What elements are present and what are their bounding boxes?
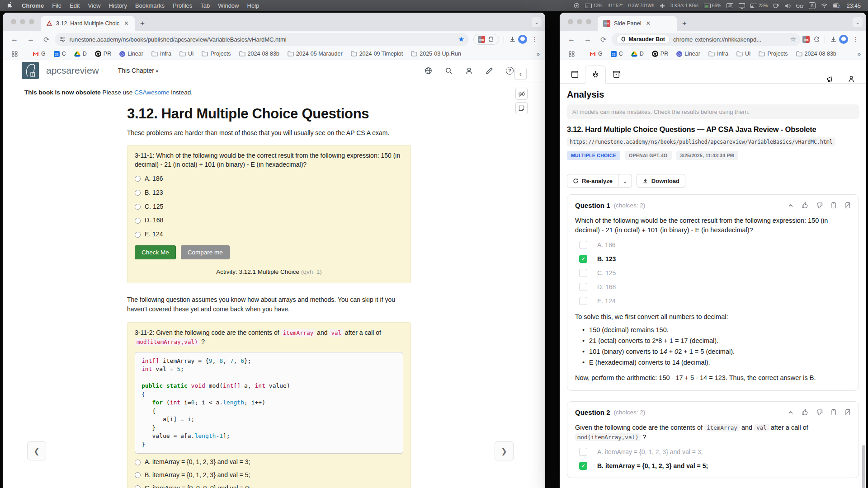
thumbs-up-icon[interactable] — [802, 409, 808, 416]
bookmark-star-icon[interactable]: ★ — [458, 35, 464, 43]
radio-button[interactable] — [135, 232, 141, 238]
tab-archive[interactable] — [606, 65, 627, 83]
unchecked-checkbox[interactable] — [579, 283, 587, 291]
answer-option[interactable]: A. 186 — [135, 174, 403, 183]
input-source[interactable]: A — [806, 2, 818, 9]
answer-option[interactable]: E. 124 — [135, 230, 403, 239]
bookmark-folder-2024-08-83b[interactable]: 2024-08 83b — [793, 49, 840, 58]
flashcard-off-icon[interactable] — [844, 409, 851, 416]
menu-item-tab[interactable]: Tab — [196, 2, 214, 9]
megaphone-icon[interactable] — [826, 75, 835, 83]
bookmark-c[interactable]: 23C — [50, 49, 70, 58]
tab-close-icon[interactable]: ✕ — [645, 20, 651, 27]
collapse-chevron-icon[interactable] — [788, 409, 794, 416]
answer-option[interactable]: B. 123 — [135, 188, 403, 197]
browser-tab[interactable]: 3.12. Hard Multiple Choice Qu ✕ — [41, 16, 135, 31]
search-icon[interactable] — [445, 67, 453, 75]
menu-item-file[interactable]: File — [48, 2, 66, 9]
marauder-extension-icon[interactable]: ma — [478, 36, 485, 43]
bookmark-d[interactable]: D — [627, 49, 647, 58]
chrome-menu-icon[interactable]: ⋮ — [529, 36, 541, 43]
plus-icon[interactable] — [657, 3, 668, 9]
menu-item-bookmarks[interactable]: Bookmarks — [131, 2, 169, 9]
minimize-window-button[interactable] — [577, 19, 582, 24]
checked-checkbox[interactable]: ✓ — [579, 462, 587, 470]
menu-item-window[interactable]: Window — [214, 2, 243, 9]
reanalyze-button[interactable]: Re-analyze — [567, 174, 618, 188]
bookmark-pr[interactable]: PR — [91, 49, 115, 58]
radio-button[interactable] — [135, 218, 141, 224]
window-controls[interactable] — [568, 19, 591, 24]
menubar-clock[interactable]: 23:45 — [843, 3, 863, 9]
minimize-window-button[interactable] — [20, 19, 25, 24]
tab-pages[interactable] — [564, 65, 585, 83]
answer-option[interactable]: C. 125 — [135, 202, 403, 211]
network-speed[interactable]: 0 KB/s 1 KB/s — [668, 3, 701, 8]
chrome-menu-icon[interactable]: ⋮ — [850, 36, 862, 43]
address-bar[interactable]: runestone.academy/ns/books/published/apc… — [55, 33, 469, 46]
record-circle-icon[interactable] — [571, 3, 582, 9]
check-me-button[interactable]: Check Me — [135, 245, 176, 259]
answer-option[interactable]: B. itemArray = {0, 1, 2, 3} and val = 5; — [135, 471, 403, 480]
site-settings-icon[interactable] — [59, 36, 66, 42]
bookmark-folder-ui[interactable]: UI — [733, 49, 755, 58]
reload-button[interactable]: ⟳ — [597, 35, 610, 44]
answer-option[interactable]: C. itemArray = {0, 0, 0, 0} and val = 0; — [135, 484, 403, 488]
flashcard-icon[interactable] — [830, 202, 837, 209]
ram-meter[interactable]: 66% — [701, 3, 724, 8]
bookmark-c[interactable]: 23C — [607, 49, 627, 58]
bookmark-linear[interactable]: Linear — [673, 49, 704, 58]
new-tab-button[interactable]: + — [677, 19, 692, 31]
help-icon[interactable]: ? — [506, 67, 514, 75]
radio-button[interactable] — [135, 176, 141, 182]
flashcard-off-icon[interactable] — [844, 202, 851, 209]
bookmark-g[interactable]: G — [29, 49, 49, 58]
new-tab-button[interactable]: + — [135, 19, 150, 31]
address-bar[interactable]: Marauder Bot chrome-extension://nhkkaken… — [612, 33, 801, 46]
display-icon[interactable] — [736, 3, 748, 9]
bookmark-folder-2024-09-timeplot[interactable]: 2024-09 Timeplot — [347, 49, 407, 58]
apps-grid-icon[interactable] — [8, 50, 21, 58]
unchecked-checkbox[interactable] — [579, 297, 587, 305]
answer-option[interactable]: A. itemArray = {0, 1, 2, 3} and val = 3; — [135, 458, 403, 467]
site-name[interactable]: apcsareview — [46, 65, 99, 76]
thumbs-down-icon[interactable] — [816, 409, 823, 416]
downloads-icon[interactable] — [830, 36, 837, 43]
unchecked-checkbox[interactable] — [579, 269, 587, 277]
bookmark-star-icon[interactable]: ☆ — [790, 35, 796, 43]
bookmarks-overflow-chevron[interactable]: » — [858, 51, 861, 57]
apple-menu-icon[interactable] — [5, 2, 16, 10]
temperature[interactable]: 41° 52° — [605, 3, 625, 8]
browser-tab[interactable]: ma Side Panel ✕ — [598, 16, 677, 31]
bookmark-folder-projects[interactable]: Projects — [198, 49, 234, 58]
zoom-window-button[interactable] — [586, 19, 591, 24]
csawesome-link[interactable]: CSAwesome — [134, 89, 170, 96]
user-icon[interactable] — [465, 67, 473, 75]
chapter-dropdown[interactable]: This Chapter ▾ — [118, 67, 158, 74]
panel-scrollbar[interactable] — [862, 445, 865, 488]
flashcard-icon[interactable] — [830, 409, 837, 416]
apps-grid-icon[interactable] — [565, 50, 578, 58]
compare-me-button[interactable]: Compare me — [181, 245, 230, 259]
bookmark-folder-infra[interactable]: Infra — [148, 49, 175, 58]
bookmark-folder-2024-05-marauder[interactable]: 2024-05 Marauder — [284, 49, 346, 58]
menu-app-name[interactable]: Chrome — [16, 2, 48, 9]
radio-button[interactable] — [135, 472, 141, 478]
zoom-window-button[interactable] — [29, 19, 34, 24]
downloads-icon[interactable] — [509, 36, 516, 43]
answer-option[interactable]: D. 168 — [135, 216, 403, 225]
collapse-chevron-icon[interactable] — [788, 202, 794, 209]
tab-analysis[interactable] — [585, 66, 606, 84]
next-page-button[interactable]: ❯ — [495, 441, 514, 460]
tab-close-icon[interactable]: ✕ — [123, 20, 130, 27]
bookmark-folder-infra[interactable]: Infra — [705, 49, 732, 58]
coffee-icon[interactable] — [770, 3, 782, 9]
close-window-button[interactable] — [11, 19, 16, 24]
glasses-icon[interactable] — [793, 4, 806, 8]
cpu-meter[interactable]: 13% — [582, 3, 605, 8]
power[interactable]: 0.3W 701Wh — [626, 3, 657, 8]
thumbs-up-icon[interactable] — [802, 202, 808, 209]
extensions-puzzle-icon[interactable] — [488, 36, 495, 43]
menu-item-edit[interactable]: Edit — [66, 2, 84, 9]
keyboard-icon[interactable] — [724, 3, 736, 8]
